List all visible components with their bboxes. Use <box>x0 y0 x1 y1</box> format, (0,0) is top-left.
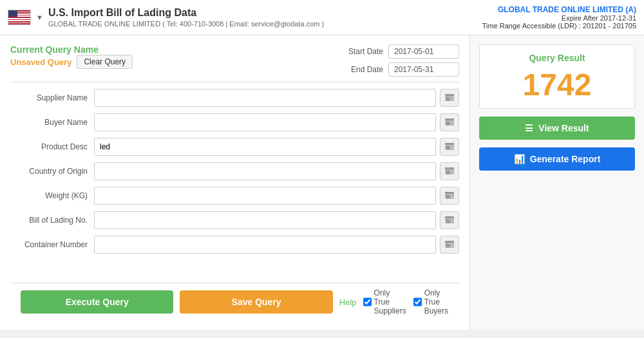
field-input-6[interactable] <box>94 236 436 254</box>
query-result-count: 1742 <box>488 70 627 100</box>
date-section: Start Date End Date <box>345 44 459 77</box>
field-label-6: Container Number <box>10 240 94 249</box>
only-buyers-checkbox[interactable] <box>413 297 422 306</box>
field-input-0[interactable] <box>94 89 436 107</box>
save-query-button[interactable]: Save Query <box>180 290 332 314</box>
company-name: GLOBAL TRADE ONLINE LIMITED (A) <box>482 5 636 14</box>
svg-rect-6 <box>445 118 454 120</box>
form-row: Country of Origin <box>10 162 459 180</box>
svg-rect-26 <box>445 216 454 218</box>
execute-query-button[interactable]: Execute Query <box>21 290 173 314</box>
help-link[interactable]: Help <box>339 297 357 307</box>
only-buyers-label: Only True Buyers <box>424 288 449 315</box>
svg-rect-22 <box>446 195 449 196</box>
header-right: GLOBAL TRADE ONLINE LIMITED (A) Expire A… <box>482 5 636 30</box>
field-label-0: Supplier Name <box>10 93 94 102</box>
field-input-4[interactable] <box>94 187 436 205</box>
generate-report-button[interactable]: 📊 Generate Report <box>479 147 635 171</box>
svg-rect-24 <box>446 198 450 198</box>
app-header: ▼ U.S. Import Bill of Lading Data GLOBAL… <box>0 0 644 35</box>
svg-rect-13 <box>446 147 450 148</box>
form-row: Bill of Lading No. <box>10 211 459 229</box>
left-panel: Current Query Name Unsaved Query Clear Q… <box>0 35 470 330</box>
svg-rect-19 <box>446 173 450 174</box>
field-label-4: Weight (KG) <box>10 191 94 200</box>
field-input-1[interactable] <box>94 113 436 131</box>
expire-text: Expire After 2017-12-31 <box>482 14 636 22</box>
current-query-label: Current Query Name <box>10 44 133 55</box>
only-buyers-group: Only True Buyers <box>413 288 449 315</box>
view-result-button[interactable]: ☰ View Result <box>479 117 635 140</box>
current-query-section: Current Query Name Unsaved Query Clear Q… <box>10 44 133 75</box>
divider <box>10 82 459 82</box>
clear-query-button[interactable]: Clear Query <box>77 55 133 69</box>
svg-rect-2 <box>446 97 449 98</box>
field-input-5[interactable] <box>94 211 436 229</box>
app-title: U.S. Import Bill of Lading Data <box>48 7 324 19</box>
field-lookup-button-4[interactable] <box>440 187 459 205</box>
svg-rect-29 <box>446 222 450 223</box>
svg-rect-14 <box>446 149 450 149</box>
form-row: Container Number <box>10 236 459 254</box>
svg-rect-12 <box>446 146 449 147</box>
main-content: Current Query Name Unsaved Query Clear Q… <box>0 35 644 330</box>
field-label-1: Buyer Name <box>10 118 94 127</box>
us-flag-icon <box>8 10 31 25</box>
only-suppliers-checkbox[interactable] <box>363 297 372 306</box>
svg-rect-7 <box>446 122 449 122</box>
query-result-title: Query Result <box>488 53 627 63</box>
right-panel: Query Result 1742 ☰ View Result 📊 Genera… <box>470 35 644 330</box>
start-date-label: Start Date <box>345 47 383 56</box>
svg-rect-4 <box>446 100 450 100</box>
only-suppliers-label: Only True Suppliers <box>374 288 407 315</box>
form-footer: Execute Query Save Query Help Only True … <box>10 283 459 321</box>
field-lookup-button-0[interactable] <box>440 89 459 107</box>
header-title-group: U.S. Import Bill of Lading Data GLOBAL T… <box>48 7 324 28</box>
svg-rect-3 <box>446 99 450 99</box>
svg-rect-34 <box>446 247 450 247</box>
end-date-row: End Date <box>345 62 459 77</box>
field-lookup-button-2[interactable] <box>440 138 459 156</box>
field-lookup-button-5[interactable] <box>440 211 459 229</box>
end-date-input[interactable] <box>388 62 459 77</box>
field-lookup-button-3[interactable] <box>440 162 459 180</box>
svg-rect-18 <box>446 172 450 173</box>
form-row: Weight (KG) <box>10 187 459 205</box>
view-result-label: View Result <box>538 123 589 133</box>
svg-rect-31 <box>445 241 454 243</box>
field-label-3: Country of Origin <box>10 167 94 176</box>
chart-icon: 📊 <box>514 154 525 164</box>
field-input-3[interactable] <box>94 162 436 180</box>
dropdown-arrow-icon[interactable]: ▼ <box>36 14 43 21</box>
svg-rect-21 <box>445 192 454 194</box>
unsaved-query-label: Unsaved Query <box>10 57 71 67</box>
svg-rect-27 <box>446 220 449 220</box>
query-header: Current Query Name Unsaved Query Clear Q… <box>10 44 459 77</box>
svg-rect-32 <box>446 244 449 245</box>
query-result-box: Query Result 1742 <box>479 44 635 109</box>
end-date-label: End Date <box>345 65 383 74</box>
svg-rect-17 <box>446 171 449 171</box>
field-input-2[interactable] <box>94 138 436 156</box>
svg-rect-1 <box>445 94 454 96</box>
header-left: ▼ U.S. Import Bill of Lading Data GLOBAL… <box>8 7 324 28</box>
svg-rect-23 <box>446 196 450 197</box>
svg-rect-28 <box>446 221 450 221</box>
form-row: Buyer Name <box>10 113 459 131</box>
list-icon: ☰ <box>525 123 533 133</box>
start-date-input[interactable] <box>388 44 459 59</box>
svg-rect-8 <box>446 123 450 124</box>
form-row: Product Desc <box>10 138 459 156</box>
form-row: Supplier Name <box>10 89 459 107</box>
svg-rect-11 <box>445 143 454 145</box>
only-suppliers-group: Only True Suppliers <box>363 288 407 315</box>
time-range-text: Time Range Accessible (LDR) : 201201 - 2… <box>482 22 636 30</box>
svg-rect-9 <box>446 124 450 125</box>
field-lookup-button-1[interactable] <box>440 113 459 131</box>
start-date-row: Start Date <box>345 44 459 59</box>
company-subtitle: GLOBAL TRADE ONLINE LIMITED ( Tel: 400-7… <box>48 20 324 28</box>
generate-report-label: Generate Report <box>530 154 601 164</box>
svg-rect-33 <box>446 245 450 246</box>
field-lookup-button-6[interactable] <box>440 236 459 254</box>
query-actions: Unsaved Query Clear Query <box>10 55 133 69</box>
